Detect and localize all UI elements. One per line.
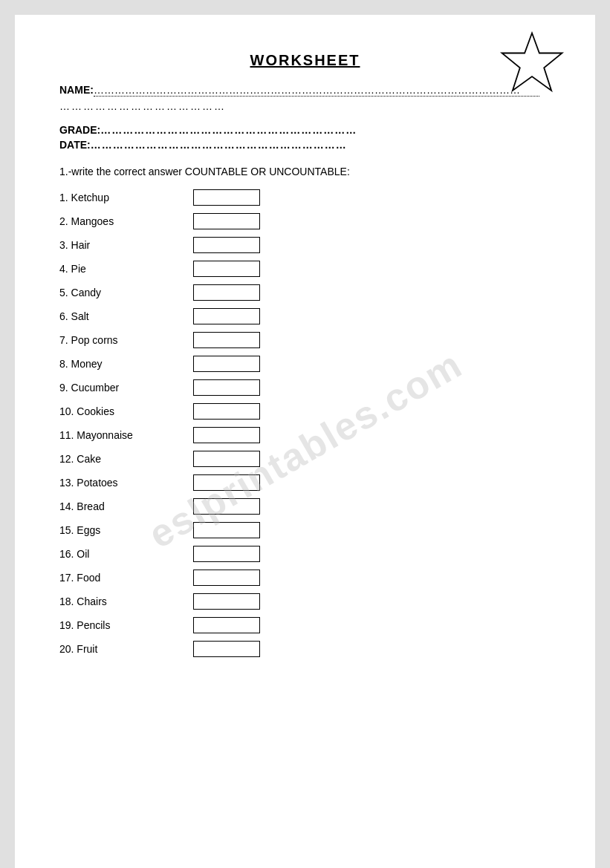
item-label: 15. Eggs	[59, 524, 193, 536]
list-item: 6. Salt	[59, 308, 551, 324]
item-label: 16. Oil	[59, 548, 193, 560]
item-label: 11. Mayonnaise	[59, 429, 193, 441]
list-item: 15. Eggs	[59, 522, 551, 538]
item-label: 9. Cucumber	[59, 382, 193, 394]
answer-box[interactable]	[193, 308, 260, 324]
list-item: 8. Money	[59, 356, 551, 372]
name-label: NAME:	[59, 84, 94, 96]
item-label: 5. Candy	[59, 287, 193, 298]
answer-box[interactable]	[193, 379, 260, 396]
item-label: 12. Cake	[59, 453, 193, 465]
list-item: 17. Food	[59, 570, 551, 586]
list-item: 18. Chairs	[59, 593, 551, 610]
instruction-text: 1.-write the correct answer COUNTABLE OR…	[59, 166, 551, 177]
list-item: 1. Ketchup	[59, 189, 551, 206]
worksheet-page: WORKSHEET NAME: …………………………………………………………………	[15, 15, 595, 868]
svg-marker-0	[502, 33, 562, 91]
list-item: 13. Potatoes	[59, 474, 551, 491]
name-row: NAME: ……………………………………………………………………………………………	[59, 84, 551, 99]
answer-box[interactable]	[193, 284, 260, 301]
item-label: 18. Chairs	[59, 595, 193, 607]
item-label: 14. Bread	[59, 500, 193, 512]
answer-box[interactable]	[193, 237, 260, 253]
item-label: 20. Fruit	[59, 643, 193, 655]
answer-box[interactable]	[193, 570, 260, 586]
answer-box[interactable]	[193, 522, 260, 538]
list-item: 2. Mangoes	[59, 213, 551, 229]
item-label: 3. Hair	[59, 239, 193, 251]
answer-box[interactable]	[193, 261, 260, 277]
list-item: 12. Cake	[59, 451, 551, 467]
list-item: 4. Pie	[59, 261, 551, 277]
grade-row: GRADE: ……………………………………………………………	[59, 124, 551, 136]
answer-box[interactable]	[193, 403, 260, 420]
grade-date-section: GRADE: …………………………………………………………… DATE: …………	[59, 124, 551, 151]
answer-box[interactable]	[193, 498, 260, 515]
date-dots: ……………………………………………………………	[91, 139, 347, 151]
item-label: 1. Ketchup	[59, 192, 193, 203]
item-label: 4. Pie	[59, 263, 193, 275]
list-item: 10. Cookies	[59, 403, 551, 420]
list-item: 5. Candy	[59, 284, 551, 301]
answer-box[interactable]	[193, 213, 260, 229]
name-continuation: ……………………………………	[59, 100, 551, 112]
list-item: 9. Cucumber	[59, 379, 551, 396]
page-title: WORKSHEET	[59, 52, 551, 69]
list-item: 14. Bread	[59, 498, 551, 515]
item-label: 8. Money	[59, 358, 193, 370]
name-dots-line: ……………………………………………………………………………………………………………	[94, 84, 539, 97]
list-item: 20. Fruit	[59, 641, 551, 657]
answer-box[interactable]	[193, 427, 260, 443]
answer-box[interactable]	[193, 641, 260, 657]
answer-box[interactable]	[193, 189, 260, 206]
item-label: 6. Salt	[59, 310, 193, 322]
answer-box[interactable]	[193, 332, 260, 348]
answer-box[interactable]	[193, 546, 260, 562]
star-decoration	[499, 30, 565, 99]
list-item: 3. Hair	[59, 237, 551, 253]
list-item: 19. Pencils	[59, 617, 551, 633]
grade-dots: ……………………………………………………………	[100, 124, 357, 136]
item-label: 10. Cookies	[59, 405, 193, 417]
item-label: 17. Food	[59, 572, 193, 584]
answer-box[interactable]	[193, 356, 260, 372]
grade-label: GRADE:	[59, 124, 100, 136]
answer-box[interactable]	[193, 474, 260, 491]
list-item: 11. Mayonnaise	[59, 427, 551, 443]
item-label: 13. Potatoes	[59, 477, 193, 489]
item-label: 19. Pencils	[59, 619, 193, 631]
answer-box[interactable]	[193, 617, 260, 633]
items-list: 1. Ketchup2. Mangoes3. Hair4. Pie5. Cand…	[59, 189, 551, 657]
answer-box[interactable]	[193, 451, 260, 467]
date-label: DATE:	[59, 139, 91, 151]
answer-box[interactable]	[193, 593, 260, 610]
date-row: DATE: ……………………………………………………………	[59, 139, 551, 151]
item-label: 2. Mangoes	[59, 215, 193, 227]
list-item: 16. Oil	[59, 546, 551, 562]
list-item: 7. Pop corns	[59, 332, 551, 348]
item-label: 7. Pop corns	[59, 334, 193, 346]
